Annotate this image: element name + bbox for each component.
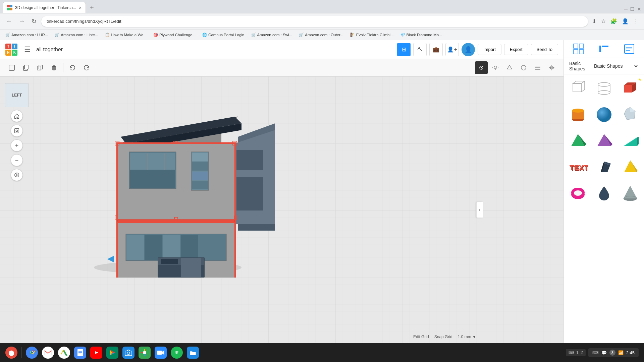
- shape-sphere[interactable]: [591, 102, 617, 127]
- logo-i: I: [12, 44, 18, 50]
- tray-icon-3: 2: [581, 350, 583, 355]
- download-icon[interactable]: ⬇: [591, 17, 598, 26]
- undo-tool[interactable]: [66, 61, 79, 74]
- wedo-icon: 📋: [105, 33, 110, 37]
- bookmark-6[interactable]: 🛒 Amazon.com : Outer...: [296, 32, 346, 38]
- gdocs-taskbar-icon[interactable]: [74, 347, 86, 359]
- shapes-dropdown[interactable]: Basic Shapes Letters & Numbers Connector…: [593, 63, 639, 69]
- shape-torus-pink[interactable]: [565, 180, 591, 206]
- shape-crystal[interactable]: [618, 102, 643, 127]
- shape-prism-blue[interactable]: [591, 154, 617, 180]
- svg-rect-39: [192, 153, 208, 161]
- snap-grid-value[interactable]: 1.0 mm ▼: [458, 335, 476, 339]
- duplicate-tool[interactable]: [34, 61, 46, 74]
- view-cube[interactable]: LEFT: [5, 83, 29, 107]
- 3d-building: [67, 103, 295, 279]
- grid-view-button[interactable]: ⊞: [397, 43, 411, 56]
- tinkercad-logo[interactable]: T I N K: [5, 44, 17, 56]
- profile-icon[interactable]: 👤: [621, 17, 630, 26]
- back-button[interactable]: ←: [4, 16, 14, 26]
- chrome-taskbar-icon[interactable]: [26, 347, 38, 359]
- forward-button[interactable]: →: [17, 16, 27, 26]
- shape-pyramid-purple[interactable]: [591, 128, 617, 154]
- playstore-taskbar-icon[interactable]: [106, 347, 118, 359]
- chat-icon: 💬: [601, 350, 607, 355]
- notes-panel-button[interactable]: [623, 43, 635, 55]
- shape-cylinder-hole[interactable]: [591, 76, 617, 101]
- export-button[interactable]: Export: [504, 44, 528, 55]
- light-button[interactable]: [489, 61, 502, 74]
- polygon-tool[interactable]: [503, 61, 516, 74]
- shape-box-hole[interactable]: [565, 76, 591, 101]
- mirror-tool[interactable]: [545, 61, 558, 74]
- spotify-taskbar-icon[interactable]: [171, 347, 183, 359]
- user-avatar[interactable]: 👤: [462, 43, 475, 56]
- zoom-in-button[interactable]: +: [11, 139, 23, 152]
- close-window-button[interactable]: ✕: [637, 6, 641, 12]
- home-view-button[interactable]: [11, 110, 23, 122]
- new-tab-button[interactable]: +: [87, 2, 97, 13]
- extensions-icon[interactable]: 🧩: [609, 17, 619, 26]
- briefcase-button[interactable]: 💼: [429, 43, 443, 56]
- add-user-button[interactable]: 👤+: [445, 43, 459, 56]
- import-button[interactable]: Import: [478, 44, 501, 55]
- menu-icon[interactable]: ☰: [24, 45, 31, 54]
- orientation-button[interactable]: [11, 169, 23, 181]
- photos-taskbar-icon[interactable]: [139, 347, 151, 359]
- gdrive-taskbar-icon[interactable]: [58, 347, 70, 359]
- shape-pyramid-yellow[interactable]: [618, 154, 643, 180]
- chromebook-icon[interactable]: ⬤: [5, 347, 17, 359]
- delete-tool[interactable]: [48, 61, 60, 74]
- system-tray[interactable]: ⌨ 💬 3 📶 2:45: [588, 348, 639, 357]
- copy-tool[interactable]: [19, 61, 32, 74]
- circle-tool[interactable]: [517, 61, 530, 74]
- edit-grid-label[interactable]: Edit Grid: [413, 335, 429, 339]
- bookmark-5[interactable]: 🛒 Amazon.com : Swi...: [249, 32, 295, 38]
- camera-view-button[interactable]: [475, 61, 488, 74]
- bookmark-label-3: Plywood Challenge...: [159, 33, 196, 37]
- reload-button[interactable]: ↻: [30, 16, 39, 26]
- more-icon[interactable]: ⋮: [632, 17, 640, 26]
- bookmark-1[interactable]: 🛒 Amazon.com : Linte...: [52, 32, 101, 38]
- tools-button[interactable]: ⛏: [413, 43, 427, 56]
- align-tool[interactable]: [531, 61, 544, 74]
- bookmark-8[interactable]: 💎 Black Diamond Mo...: [398, 32, 445, 38]
- minimize-button[interactable]: ─: [624, 6, 628, 12]
- restore-button[interactable]: ❐: [630, 6, 635, 12]
- tab-close-button[interactable]: ×: [79, 5, 82, 10]
- shape-cone-gray[interactable]: [618, 180, 643, 206]
- bookmark-2[interactable]: 📋 How to Make a Wo...: [102, 32, 150, 38]
- svg-marker-69: [107, 256, 114, 262]
- ruler-panel-button[interactable]: [598, 43, 610, 55]
- camera-taskbar-icon[interactable]: [122, 347, 135, 359]
- fit-view-button[interactable]: [11, 125, 23, 137]
- bookmark-4[interactable]: 🌐 Campus Portal Login: [200, 32, 247, 38]
- svg-rect-73: [579, 50, 584, 54]
- shape-text-3d[interactable]: TEXT TEXT TEXT: [565, 154, 591, 180]
- shape-box-solid[interactable]: ★: [618, 76, 643, 101]
- svg-point-114: [574, 190, 582, 196]
- redo-tool[interactable]: [80, 61, 93, 74]
- svg-point-7: [481, 67, 482, 68]
- select-tool[interactable]: [5, 61, 18, 74]
- active-tab[interactable]: 3D design all together | Tinkerca... ×: [3, 2, 86, 13]
- snap-grid-label: Snap Grid: [434, 335, 452, 339]
- files-taskbar-icon[interactable]: [187, 347, 199, 359]
- svg-marker-116: [624, 186, 637, 198]
- shape-pyramid-green[interactable]: [565, 128, 591, 154]
- zoom-taskbar-icon[interactable]: [155, 347, 167, 359]
- shape-cylinder[interactable]: [565, 102, 591, 127]
- shape-drop-navy[interactable]: [591, 180, 617, 206]
- address-input[interactable]: [41, 16, 588, 27]
- send-to-button[interactable]: Send To: [531, 44, 558, 55]
- collapse-panel-button[interactable]: ›: [476, 202, 483, 218]
- gmail-taskbar-icon[interactable]: [42, 347, 54, 359]
- zoom-out-button[interactable]: −: [11, 154, 23, 166]
- bookmark-icon[interactable]: ☆: [600, 17, 607, 26]
- youtube-taskbar-icon[interactable]: [90, 347, 102, 359]
- shape-wedge-teal[interactable]: [618, 128, 643, 154]
- bookmark-0[interactable]: 🛒 Amazon.com : LUR...: [3, 32, 51, 38]
- bookmark-3[interactable]: 🎯 Plywood Challenge...: [151, 32, 198, 38]
- grid-panel-button[interactable]: [573, 43, 585, 55]
- bookmark-7[interactable]: 🧗 Evolv Elektra Climbi...: [347, 32, 396, 38]
